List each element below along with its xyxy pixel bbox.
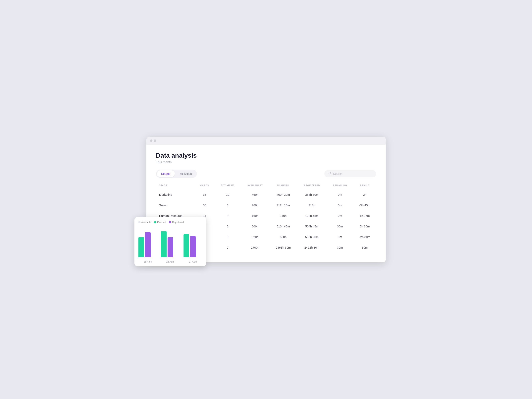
chart-labels: 25 April 26 April 27 April bbox=[139, 260, 202, 263]
cell-remaining: 0m bbox=[327, 189, 354, 200]
cell-available: 2700h bbox=[241, 242, 269, 253]
col-header-result: RESULT bbox=[354, 183, 376, 189]
cell-remaining: 0m bbox=[327, 210, 354, 221]
legend-label-available: Available bbox=[141, 221, 151, 224]
legend-dot-available bbox=[139, 221, 140, 223]
cell-result: 1h 15m bbox=[354, 210, 376, 221]
cell-activities: 12 bbox=[215, 189, 241, 200]
cell-activities: 0 bbox=[215, 242, 241, 253]
cell-planned: 2463h 30m bbox=[269, 242, 297, 253]
cell-result: 5h 30m bbox=[354, 221, 376, 232]
bar-registered-25april bbox=[145, 232, 151, 257]
search-box[interactable] bbox=[324, 170, 376, 177]
bar-registered-27april bbox=[190, 236, 196, 257]
legend-registered: Registered bbox=[169, 221, 184, 224]
cell-remaining: 30m bbox=[327, 221, 354, 232]
chart-label-27april: 27 April bbox=[184, 260, 202, 263]
toolbar: Stages Activities bbox=[156, 170, 376, 178]
cell-result: 2h bbox=[354, 189, 376, 200]
browser-dot-2 bbox=[154, 139, 156, 142]
page-subtitle: This month bbox=[156, 160, 376, 164]
cell-available: 600h bbox=[241, 221, 269, 232]
cell-registered: 502h 30m bbox=[297, 232, 327, 242]
bar-group-26april bbox=[161, 231, 179, 257]
col-header-activities: ACTIVITIES bbox=[215, 183, 241, 189]
cell-result: 30m bbox=[354, 242, 376, 253]
chart-label-26april: 26 April bbox=[161, 260, 179, 263]
cell-remaining: 30m bbox=[327, 242, 354, 253]
legend-available: Available bbox=[139, 221, 151, 224]
cell-result: -2h 30m bbox=[354, 232, 376, 242]
table-row: Sales 56 6 960h 912h 15m 918h 0m -5h 45m bbox=[156, 200, 376, 210]
cell-registered: 138h 45m bbox=[297, 210, 327, 221]
bar-planned-26april bbox=[161, 231, 167, 257]
tab-activities[interactable]: Activities bbox=[176, 170, 196, 177]
bar-planned-25april bbox=[139, 237, 144, 257]
cell-planned: 912h 15m bbox=[269, 200, 297, 210]
legend-planned: Planned bbox=[154, 221, 166, 224]
cell-cards: 56 bbox=[195, 200, 215, 210]
col-header-stage: STAGE bbox=[156, 183, 195, 189]
col-header-planned: PLANNED bbox=[269, 183, 297, 189]
chart-legend: Available Planned Registered bbox=[139, 221, 202, 224]
bar-group-25april bbox=[139, 232, 157, 257]
col-header-available: AVAILABLEt bbox=[241, 183, 269, 189]
tab-stages[interactable]: Stages bbox=[157, 170, 175, 177]
tab-group: Stages Activities bbox=[156, 170, 197, 178]
bar-group-27april bbox=[184, 234, 202, 257]
chart-label-25april: 25 April bbox=[139, 260, 157, 263]
cell-registered: 918h bbox=[297, 200, 327, 210]
browser-titlebar bbox=[146, 137, 386, 145]
cell-registered: 2452h 30m bbox=[297, 242, 327, 253]
chart-popup: Available Planned Registered bbox=[134, 217, 206, 266]
table-header-row: STAGE CARDS ACTIVITIES AVAILABLEt PLANNE… bbox=[156, 183, 376, 189]
browser-dot-1 bbox=[150, 139, 152, 142]
cell-stage: Sales bbox=[156, 200, 195, 210]
cell-registered: 504h 45m bbox=[297, 221, 327, 232]
cell-activities: 9 bbox=[215, 232, 241, 242]
cell-planned: 140h bbox=[269, 210, 297, 221]
cell-available: 520h bbox=[241, 232, 269, 242]
cell-planned: 500h bbox=[269, 232, 297, 242]
cell-available: 160h bbox=[241, 210, 269, 221]
cell-planned: 400h 30m bbox=[269, 189, 297, 200]
legend-label-registered: Registered bbox=[172, 221, 184, 224]
col-header-remaining: REMAINING bbox=[327, 183, 354, 189]
cell-activities: 5 bbox=[215, 221, 241, 232]
cell-available: 960h bbox=[241, 200, 269, 210]
browser-window: Data analysis This month Stages Activiti… bbox=[146, 137, 386, 262]
search-input[interactable] bbox=[333, 172, 372, 175]
bar-planned-27april bbox=[184, 234, 189, 257]
legend-dot-planned bbox=[154, 221, 156, 223]
cell-remaining: 0m bbox=[327, 232, 354, 242]
chart-bars-area bbox=[139, 227, 202, 259]
cell-stage: Marketing bbox=[156, 189, 195, 200]
page-title: Data analysis bbox=[156, 152, 376, 159]
cell-available: 460h bbox=[241, 189, 269, 200]
cell-cards: 35 bbox=[195, 189, 215, 200]
cell-planned: 510h 45m bbox=[269, 221, 297, 232]
cell-remaining: 0m bbox=[327, 200, 354, 210]
col-header-registered: REGISTERED bbox=[297, 183, 327, 189]
cell-result: -5h 45m bbox=[354, 200, 376, 210]
col-header-cards: CARDS bbox=[195, 183, 215, 189]
cell-registered: 388h 30m bbox=[297, 189, 327, 200]
search-icon bbox=[328, 172, 331, 176]
bar-registered-26april bbox=[168, 237, 173, 257]
table-row: Marketing 35 12 460h 400h 30m 388h 30m 0… bbox=[156, 189, 376, 200]
legend-label-planned: Planned bbox=[157, 221, 166, 224]
cell-activities: 6 bbox=[215, 200, 241, 210]
cell-activities: 8 bbox=[215, 210, 241, 221]
legend-dot-registered bbox=[169, 221, 171, 223]
